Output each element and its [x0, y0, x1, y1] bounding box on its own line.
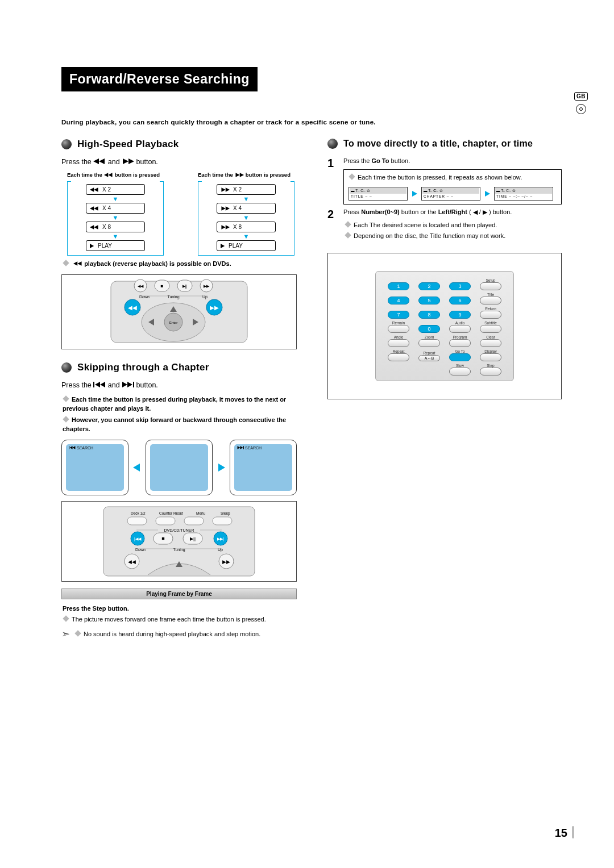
- svg-rect-66: [127, 517, 147, 525]
- screen-search-next: SEARCH: [230, 440, 297, 495]
- keypad-remain: [388, 325, 409, 333]
- page-number: 15: [555, 826, 574, 840]
- svg-text:Tuning: Tuning: [173, 548, 185, 552]
- keypad-title: [480, 297, 501, 304]
- frame-by-frame-bar: Playing Frame by Frame: [61, 589, 297, 599]
- svg-marker-91: [485, 191, 490, 197]
- keypad-4: 4: [388, 297, 409, 304]
- svg-marker-22: [73, 262, 77, 266]
- svg-text:Deck 1/2: Deck 1/2: [131, 511, 146, 515]
- svg-marker-0: [93, 158, 99, 164]
- section-bullet-icon: [61, 362, 72, 373]
- keypad-3: 3: [449, 282, 471, 290]
- keypad-2: 2: [418, 282, 440, 290]
- svg-text:■: ■: [161, 536, 164, 541]
- keypad-display: [480, 353, 501, 361]
- intro-text: During playback, you can search quickly …: [61, 118, 562, 127]
- skip-instruction: Press the and button.: [61, 381, 297, 389]
- svg-marker-23: [77, 262, 81, 266]
- svg-marker-58: [238, 446, 240, 449]
- svg-text:▶▶|: ▶▶|: [217, 537, 224, 541]
- keypad-repeat: [388, 353, 409, 361]
- svg-marker-4: [104, 173, 108, 177]
- svg-text:|◀◀: |◀◀: [134, 537, 142, 541]
- svg-text:▶||: ▶||: [182, 284, 188, 289]
- section-highspeed: High-Speed Playback: [77, 139, 179, 150]
- svg-text:▶▶: ▶▶: [222, 559, 230, 565]
- keypad-step: [480, 368, 501, 375]
- keypad-8: 8: [418, 311, 440, 319]
- step-1: 1 Press the Go To button. Each time the …: [327, 157, 562, 204]
- svg-rect-69: [213, 517, 232, 525]
- svg-marker-14: [240, 173, 244, 177]
- keypad-audio: [449, 325, 471, 333]
- svg-marker-8: [90, 206, 94, 210]
- keypad-return: [480, 311, 501, 319]
- skip-note-1: Each time the button is pressed during p…: [63, 395, 297, 414]
- keypad-setup: [480, 282, 501, 290]
- svg-text:▶▶: ▶▶: [210, 304, 219, 311]
- svg-marker-16: [226, 187, 230, 191]
- section-bullet-icon: [61, 139, 72, 149]
- svg-text:◀◀: ◀◀: [138, 284, 144, 288]
- svg-rect-68: [184, 517, 204, 525]
- svg-marker-90: [412, 191, 417, 197]
- svg-text:■: ■: [161, 283, 164, 289]
- fastforward-icon: [235, 173, 244, 177]
- svg-rect-60: [243, 446, 244, 449]
- remote-keypad-illustration: 1 2 3 Setup 4 5 6 Title 7 8 9: [327, 253, 562, 399]
- svg-text:◀◀: ◀◀: [128, 304, 137, 311]
- section-bullet-icon: [327, 139, 338, 149]
- svg-text:Up: Up: [218, 548, 223, 552]
- fastforward-icon: [221, 187, 230, 192]
- fastforward-icon: [221, 225, 230, 229]
- svg-marker-50: [122, 382, 127, 387]
- speed-diagram: Each time the button is pressed X 2 ▼ X …: [67, 172, 297, 256]
- svg-rect-67: [156, 517, 175, 525]
- arrow-right-icon: [411, 191, 418, 197]
- svg-marker-20: [226, 225, 230, 229]
- svg-text:DVD/CD/TUNER: DVD/CD/TUNER: [164, 528, 194, 532]
- screen-search-prev: SEARCH: [61, 440, 128, 495]
- svg-marker-59: [240, 446, 243, 449]
- svg-marker-12: [90, 244, 94, 248]
- section-skipping: Skipping through a Chapter: [77, 362, 209, 373]
- rewind-icon: [90, 225, 99, 229]
- rewind-icon: [104, 173, 113, 177]
- keypad-slow: [449, 368, 471, 375]
- keypad-clear: [480, 339, 501, 347]
- svg-text:Down: Down: [135, 548, 146, 552]
- svg-marker-10: [90, 225, 94, 229]
- pointer-icon: ➣: [61, 628, 70, 640]
- svg-marker-15: [221, 187, 225, 191]
- svg-marker-1: [99, 158, 105, 164]
- left-column: High-Speed Playback Press the and button…: [61, 139, 297, 640]
- keypad-goto: [449, 353, 471, 361]
- svg-marker-49: [100, 382, 105, 387]
- svg-text:Down: Down: [139, 295, 150, 299]
- svg-text:Sleep: Sleep: [221, 511, 230, 516]
- svg-marker-3: [128, 158, 134, 164]
- rewind-icon: [73, 261, 82, 266]
- svg-text:Tuning: Tuning: [167, 295, 179, 299]
- svg-marker-19: [221, 225, 225, 229]
- keypad-0: 0: [418, 325, 440, 333]
- rewind-icon: [90, 187, 99, 192]
- svg-marker-18: [226, 206, 230, 210]
- sound-note: ➣ No sound is heard during high-speed pl…: [61, 628, 297, 640]
- svg-text:Up: Up: [202, 295, 208, 299]
- keypad-subtitle: [480, 325, 501, 333]
- goto-chapter-screen: ▬ T:- C:- ⊙ CHAPTER – –: [421, 187, 480, 201]
- right-column: To move directly to a title, chapter, or…: [327, 139, 562, 640]
- play-icon: [221, 244, 225, 248]
- rewind-icon: [93, 158, 106, 164]
- svg-text:Menu: Menu: [196, 511, 206, 515]
- language-badge: GB: [574, 92, 588, 114]
- play-icon: [90, 244, 94, 248]
- keypad-angle: [388, 339, 409, 347]
- rewind-icon: [90, 206, 99, 211]
- fastforward-icon: [122, 158, 134, 164]
- highspeed-instruction: Press the and button.: [61, 158, 297, 166]
- svg-text:Enter: Enter: [169, 321, 177, 324]
- svg-marker-9: [94, 206, 98, 210]
